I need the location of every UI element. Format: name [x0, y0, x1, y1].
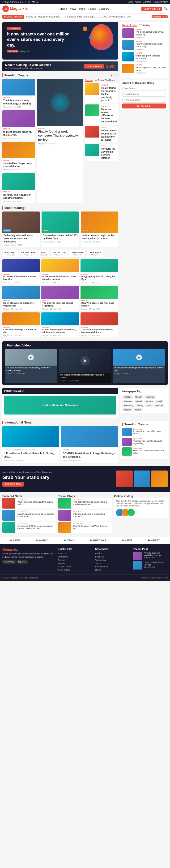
- topbar-home-link[interactable]: Home: [127, 1, 133, 3]
- tag-fashion[interactable]: #fashion: [122, 400, 133, 403]
- breaking-phone-input[interactable]: [122, 98, 166, 102]
- tag-world[interactable]: #world: [134, 408, 143, 411]
- brand-tab-3[interactable]: Food View: 18: [38, 250, 49, 257]
- tag-beauty[interactable]: #beauty: [122, 408, 133, 411]
- footer-about-link[interactable]: About Us: [57, 552, 66, 555]
- selected-news-title-1[interactable]: Your customers care about the supply, as…: [18, 501, 55, 505]
- footer-recent-title-2[interactable]: COVID Restrictions in Recipes: [143, 561, 168, 566]
- mini-title-9[interactable]: The heart of inbound marketing has assum…: [81, 329, 117, 334]
- instagram-icon[interactable]: 📷: [32, 1, 35, 3]
- travel-blog-title-1[interactable]: The heart of inbound marketing is a mark…: [73, 501, 111, 505]
- play-button-3[interactable]: ▶: [136, 354, 142, 360]
- mini-title-7[interactable]: Give a look through a handful of the: [3, 329, 39, 334]
- video-play-large[interactable]: [80, 356, 90, 366]
- play-button-1[interactable]: ▶: [28, 354, 34, 360]
- nav-posts[interactable]: Posts: [79, 7, 86, 10]
- footer-cat-entertainment[interactable]: Entertainment: [95, 565, 108, 568]
- tag-sports[interactable]: #sports: [144, 400, 154, 403]
- mini-title-6[interactable]: How Web Conference which was initially: [81, 302, 117, 307]
- tab-popular[interactable]: Popular: [85, 79, 93, 82]
- secondary-link-3[interactable]: COVID-19 Restrictions in city...: [100, 16, 132, 18]
- tab-hot[interactable]: Hot Topics: [94, 79, 104, 82]
- trending-sidebar-title-3[interactable]: How Web Conference which was initially: [133, 450, 166, 454]
- brand-tab-5[interactable]: Politics News View: 18: [69, 250, 86, 257]
- footer-sitemap-link[interactable]: Sitemap: [57, 562, 65, 564]
- trending-title-2[interactable]: to most popular blogs on the internet.: [3, 130, 34, 136]
- tag-food[interactable]: #food: [155, 400, 163, 403]
- tab-top[interactable]: Top News: [105, 79, 114, 82]
- subscribe-button[interactable]: SUBSCRIBE: [122, 103, 166, 108]
- travel-blog-title-2[interactable]: Inbound marketing is a marketing approac…: [73, 513, 111, 518]
- intl-title-1[interactable]: It Possible to Re-Open Schools in Spring…: [4, 452, 58, 459]
- tag-politics[interactable]: #politics: [122, 395, 133, 399]
- brand-tab-4[interactable]: Lifestyle Lead View: 18: [50, 250, 68, 257]
- mini-title-5[interactable]: The blog has launched annual organizing.: [42, 302, 78, 307]
- nav-home[interactable]: Home: [60, 7, 67, 10]
- secondary-link-1[interactable]: Follow Us: Magazi Promotional...: [26, 16, 61, 18]
- login-button[interactable]: Login / Sign Up: [141, 7, 162, 11]
- topbar-privacy-link[interactable]: Privacy Policy: [153, 1, 168, 3]
- footer-cat-politics[interactable]: Politics: [95, 552, 102, 555]
- sidebar-title-3[interactable]: which has grown to labels outside and: [136, 55, 166, 60]
- trending-right-title-4[interactable]: Formerly the Gov Media network internet: [101, 147, 117, 159]
- trending-title-3[interactable]: selected best helps proud sons of the be…: [3, 162, 34, 168]
- nav-category[interactable]: Category: [99, 7, 109, 10]
- trending-featured-title[interactable]: Finally found a work computer That's pra…: [38, 130, 82, 142]
- footer-cat-sports[interactable]: Sports: [95, 562, 101, 564]
- footer-careers-link[interactable]: Careers: [57, 559, 65, 561]
- trending-right-title-2[interactable]: There are several differences between ou…: [101, 108, 117, 123]
- footer-contact-link[interactable]: Contact Us: [57, 556, 68, 558]
- twitter-icon[interactable]: 𝕏: [28, 1, 30, 3]
- trending-title-1[interactable]: The inbound marketing methodology of dra…: [3, 99, 34, 105]
- sidebar-title-2[interactable]: How Web Conference which was initially: [136, 43, 166, 48]
- trending-right-title-3[interactable]: before he was sought out by Waldage Inc.…: [101, 129, 117, 141]
- brand-tab-2[interactable]: Fashion Trend View: 18: [19, 250, 37, 257]
- sidebar-tab-trending[interactable]: Trending: [139, 24, 150, 27]
- trending-prev-button[interactable]: ‹: [109, 73, 113, 77]
- stationary-cta-button[interactable]: Get Items Now: [2, 482, 24, 487]
- app-store-badge[interactable]: App Store: [16, 560, 28, 564]
- breaking-email-input[interactable]: [122, 92, 166, 97]
- trending-sidebar-title-1[interactable]: It now attract one million ever visitors…: [133, 430, 166, 435]
- tag-science[interactable]: #science: [144, 395, 156, 399]
- footer-privacy-footer-link[interactable]: Privacy Policy: [57, 565, 71, 568]
- trending-title-4[interactable]: lectures, and features on about technolo…: [3, 193, 34, 199]
- brand-tab-1[interactable]: Brand News View: 18: [2, 250, 18, 257]
- facebook-icon[interactable]: : [25, 1, 26, 3]
- intl-title-2[interactable]: COVID19 Restrictions in Large Gatherings…: [63, 452, 116, 459]
- topbar-contact-link[interactable]: Contact: [143, 1, 151, 3]
- youtube-icon[interactable]: ▶: [37, 1, 38, 3]
- mr-title-2[interactable]: Glassoid was launched in 2003 by Peter A…: [43, 234, 78, 240]
- footer-terms-link[interactable]: Terms of Use: [57, 569, 70, 571]
- google-play-badge[interactable]: Google Play: [2, 560, 15, 564]
- tag-living[interactable]: #living: [136, 404, 144, 407]
- mini-title-4[interactable]: It now attracts one million ever visitor…: [3, 302, 39, 307]
- sidebar-tab-recent[interactable]: Recent Post: [122, 24, 137, 27]
- travel-blog-title-3[interactable]: How To Organize And Write Content For: [73, 525, 111, 530]
- trending-next-button[interactable]: ›: [114, 73, 118, 77]
- tag-health[interactable]: #health: [134, 395, 144, 399]
- sidebar-title-1[interactable]: The blog has launched annual organizing.: [136, 31, 166, 36]
- tag-trending[interactable]: #Trending: [122, 404, 135, 407]
- topbar-about-link[interactable]: About: [135, 1, 141, 3]
- mini-title-1[interactable]: No secret of Buzzfeed's success has a lo…: [3, 275, 39, 281]
- mini-title-3[interactable]: Blogging may be a fun hobby, but if you: [81, 275, 117, 281]
- mr-title-3[interactable]: before he was sought out by Waldage Inc.…: [82, 234, 117, 240]
- selected-news-title-3[interactable]: It's good for SEO to create evergreen co…: [18, 525, 55, 530]
- secondary-link-2[interactable]: It Possible to Re-Open Sch...: [65, 16, 95, 18]
- nav-news[interactable]: News: [70, 7, 76, 10]
- footer-recent-title-1[interactable]: Physics Supports Parallel Universes: [143, 552, 168, 557]
- footer-cat-tech[interactable]: Technology: [95, 559, 106, 561]
- trending-right-title-1[interactable]: Finally found Pc Programs That's practic…: [101, 87, 117, 102]
- breaking-name-input[interactable]: [122, 86, 166, 91]
- selected-news-title-2[interactable]: Marketing agency, some of our contact cl…: [18, 513, 55, 518]
- footer-cat-health[interactable]: Health: [95, 569, 101, 571]
- nav-pages[interactable]: Pages: [88, 7, 96, 10]
- tag-arts[interactable]: #arts: [145, 404, 153, 407]
- trending-sidebar-title-2[interactable]: The blog has launched annual organizing.: [133, 440, 166, 444]
- search-button[interactable]: 🔍: [164, 7, 168, 11]
- mini-title-8[interactable]: Strong knowledge of WordPress, minimum s…: [42, 329, 78, 334]
- tag-people[interactable]: #people: [154, 404, 164, 407]
- brand-tab-6[interactable]: Live & Sports View: 18: [87, 250, 103, 257]
- tag-travel[interactable]: #travel: [134, 400, 143, 403]
